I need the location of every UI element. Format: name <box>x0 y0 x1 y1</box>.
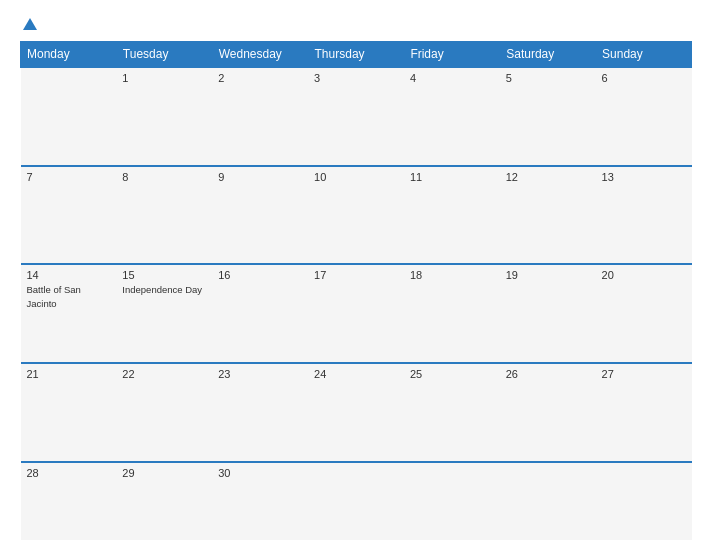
day-cell <box>308 462 404 540</box>
day-number: 9 <box>218 171 302 183</box>
day-number: 28 <box>27 467 111 479</box>
day-cell: 10 <box>308 166 404 265</box>
day-cell: 9 <box>212 166 308 265</box>
day-cell <box>21 67 117 166</box>
logo-blue-text <box>20 18 37 31</box>
week-row-2: 78910111213 <box>21 166 692 265</box>
day-cell: 23 <box>212 363 308 462</box>
day-cell: 16 <box>212 264 308 363</box>
day-cell: 14Battle of San Jacinto <box>21 264 117 363</box>
day-cell: 29 <box>116 462 212 540</box>
day-number: 17 <box>314 269 398 281</box>
day-cell: 20 <box>596 264 692 363</box>
day-number: 21 <box>27 368 111 380</box>
day-number: 24 <box>314 368 398 380</box>
day-header-saturday: Saturday <box>500 42 596 68</box>
day-number: 14 <box>27 269 111 281</box>
day-cell: 22 <box>116 363 212 462</box>
day-cell: 11 <box>404 166 500 265</box>
day-number: 18 <box>410 269 494 281</box>
day-header-monday: Monday <box>21 42 117 68</box>
day-number: 7 <box>27 171 111 183</box>
day-header-friday: Friday <box>404 42 500 68</box>
day-number: 27 <box>602 368 686 380</box>
day-number: 6 <box>602 72 686 84</box>
day-number: 4 <box>410 72 494 84</box>
day-number: 10 <box>314 171 398 183</box>
logo <box>20 18 37 31</box>
day-cell: 30 <box>212 462 308 540</box>
day-number: 30 <box>218 467 302 479</box>
day-cell: 6 <box>596 67 692 166</box>
day-cell: 19 <box>500 264 596 363</box>
holiday-text: Independence Day <box>122 284 202 295</box>
day-cell <box>404 462 500 540</box>
day-cell: 5 <box>500 67 596 166</box>
day-cell: 2 <box>212 67 308 166</box>
calendar-table: MondayTuesdayWednesdayThursdayFridaySatu… <box>20 41 692 540</box>
day-header-tuesday: Tuesday <box>116 42 212 68</box>
day-number: 5 <box>506 72 590 84</box>
week-row-1: 123456 <box>21 67 692 166</box>
day-header-wednesday: Wednesday <box>212 42 308 68</box>
day-number: 16 <box>218 269 302 281</box>
holiday-text: Battle of San Jacinto <box>27 284 81 308</box>
day-number: 23 <box>218 368 302 380</box>
day-cell <box>596 462 692 540</box>
calendar-header <box>20 18 692 31</box>
logo-triangle-icon <box>23 18 37 30</box>
day-number: 26 <box>506 368 590 380</box>
day-number: 11 <box>410 171 494 183</box>
day-number: 1 <box>122 72 206 84</box>
day-header-thursday: Thursday <box>308 42 404 68</box>
day-cell: 25 <box>404 363 500 462</box>
day-number: 29 <box>122 467 206 479</box>
day-cell: 27 <box>596 363 692 462</box>
day-number: 12 <box>506 171 590 183</box>
day-cell: 28 <box>21 462 117 540</box>
day-cell: 4 <box>404 67 500 166</box>
day-number: 19 <box>506 269 590 281</box>
day-number: 8 <box>122 171 206 183</box>
week-row-3: 14Battle of San Jacinto15Independence Da… <box>21 264 692 363</box>
day-number: 25 <box>410 368 494 380</box>
day-cell: 26 <box>500 363 596 462</box>
day-cell: 18 <box>404 264 500 363</box>
day-cell: 8 <box>116 166 212 265</box>
week-row-4: 21222324252627 <box>21 363 692 462</box>
day-header-sunday: Sunday <box>596 42 692 68</box>
day-cell: 3 <box>308 67 404 166</box>
day-cell: 21 <box>21 363 117 462</box>
day-number: 15 <box>122 269 206 281</box>
day-cell: 7 <box>21 166 117 265</box>
day-number: 2 <box>218 72 302 84</box>
day-number: 20 <box>602 269 686 281</box>
day-cell: 1 <box>116 67 212 166</box>
days-header-row: MondayTuesdayWednesdayThursdayFridaySatu… <box>21 42 692 68</box>
day-number: 22 <box>122 368 206 380</box>
day-cell: 17 <box>308 264 404 363</box>
day-cell: 12 <box>500 166 596 265</box>
day-cell: 24 <box>308 363 404 462</box>
day-number: 13 <box>602 171 686 183</box>
calendar-container: MondayTuesdayWednesdayThursdayFridaySatu… <box>0 0 712 550</box>
day-number: 3 <box>314 72 398 84</box>
week-row-5: 282930 <box>21 462 692 540</box>
day-cell <box>500 462 596 540</box>
day-cell: 15Independence Day <box>116 264 212 363</box>
day-cell: 13 <box>596 166 692 265</box>
